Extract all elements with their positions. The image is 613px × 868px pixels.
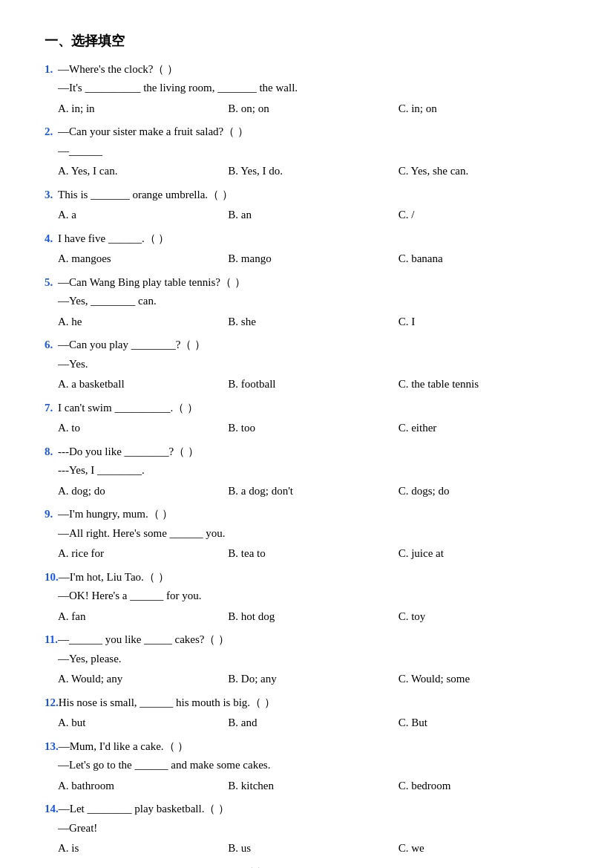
question-line: 9. —I'm hungry, mum.（ ）: [45, 505, 568, 524]
option-item: A. in; in: [58, 99, 228, 119]
option-item: B. kitchen: [228, 777, 398, 796]
option-item: C. dogs; do: [399, 482, 568, 501]
options-row: A. rice forB. tea toC. juice at: [45, 544, 568, 564]
question-text: —Can your sister make a fruit salad?（ ）: [58, 123, 568, 142]
question-line: 3. This is _______ orange umbrella.（ ）: [45, 186, 568, 205]
question-block: 13. —Mum, I'd like a cake.（ ）—Let's go t…: [45, 737, 568, 796]
option-item: C. either: [399, 419, 568, 438]
option-item: B. mango: [228, 249, 398, 269]
question-number: 13.: [45, 737, 59, 757]
question-number: 1.: [45, 60, 58, 79]
option-item: C. we: [399, 839, 568, 858]
options-row: A. toB. tooC. either: [45, 419, 568, 438]
option-item: A. a basketball: [58, 375, 228, 394]
question-block: 8. ---Do you like ________?（ ）---Yes, I …: [45, 443, 568, 501]
question-subline: —All right. Here's some ______ you.: [45, 524, 568, 544]
question-subline: —Yes, please.: [45, 650, 568, 669]
option-item: A. Yes, I can.: [58, 162, 228, 181]
option-item: C. bedroom: [399, 777, 568, 796]
question-block: 6. —Can you play ________?（ ）—Yes.A. a b…: [45, 336, 568, 394]
question-number: 14.: [45, 800, 59, 819]
option-item: B. an: [228, 206, 398, 225]
options-row: A. isB. usC. we: [45, 839, 568, 858]
question-line: 13. —Mum, I'd like a cake.（ ）: [45, 737, 568, 757]
option-item: C. Would; some: [399, 670, 568, 689]
question-number: 7.: [45, 399, 58, 418]
question-line: 7. I can't swim __________.（ ）: [45, 399, 568, 418]
options-row: A. Yes, I can.B. Yes, I do.C. Yes, she c…: [45, 162, 568, 181]
question-line: 2. —Can your sister make a fruit salad?（…: [45, 123, 568, 142]
option-item: B. hot dog: [228, 607, 398, 627]
option-item: A. mangoes: [58, 249, 228, 269]
option-item: C. I: [399, 313, 568, 332]
option-item: B. too: [228, 419, 398, 438]
section-title: 一、选择填空: [45, 30, 568, 53]
option-item: B. tea to: [228, 544, 398, 564]
options-row: A. aB. anC. /: [45, 206, 568, 225]
question-text: —______ you like _____ cakes?（ ）: [58, 630, 568, 650]
question-number: 11.: [45, 630, 58, 650]
option-item: C. toy: [399, 607, 568, 627]
question-text: —Let ________ play basketball.（ ）: [59, 800, 568, 819]
question-block: 4. I have five ______.（ ）A. mangoesB. ma…: [45, 229, 568, 269]
option-item: C. banana: [399, 249, 568, 269]
question-text: I have five ______.（ ）: [58, 229, 568, 249]
options-row: A. Would; anyB. Do; anyC. Would; some: [45, 670, 568, 689]
question-number: 12.: [45, 694, 59, 713]
question-subline: —Yes, ________ can.: [45, 292, 568, 311]
question-line: 10. —I'm hot, Liu Tao.（ ）: [45, 568, 568, 587]
question-block: 14. —Let ________ play basketball.（ ）—Gr…: [45, 800, 568, 858]
option-item: C. /: [399, 206, 568, 225]
question-line: 14. —Let ________ play basketball.（ ）: [45, 800, 568, 819]
question-text: —Can Wang Bing play table tennis?（ ）: [58, 273, 568, 293]
options-row: A. bathroomB. kitchenC. bedroom: [45, 777, 568, 796]
question-text: ---Do you like ________?（ ）: [58, 443, 568, 462]
option-item: B. us: [228, 839, 398, 858]
question-subline: —OK! Here's a ______ for you.: [45, 587, 568, 606]
question-subline: —Great!: [45, 819, 568, 838]
question-text: I like ______. I have a chocolate ______…: [59, 863, 568, 868]
question-subline: ---Yes, I ________.: [45, 461, 568, 480]
question-block: 10. —I'm hot, Liu Tao.（ ）—OK! Here's a _…: [45, 568, 568, 627]
option-item: B. Do; any: [228, 670, 398, 689]
question-line: 11. —______ you like _____ cakes?（ ）: [45, 630, 568, 650]
question-text: —I'm hot, Liu Tao.（ ）: [59, 568, 568, 587]
options-row: A. a basketballB. footballC. the table t…: [45, 375, 568, 394]
question-line: 15. I like ______. I have a chocolate __…: [45, 863, 568, 868]
question-number: 4.: [45, 229, 58, 249]
question-text: —Where's the clock?（ ）: [58, 60, 568, 79]
options-row: A. heB. sheC. I: [45, 313, 568, 332]
question-subline: —Yes.: [45, 355, 568, 374]
question-line: 12. His nose is small, ______ his mouth …: [45, 694, 568, 713]
question-number: 9.: [45, 505, 58, 524]
question-subline: —Let's go to the ______ and make some ca…: [45, 756, 568, 775]
question-text: —Mum, I'd like a cake.（ ）: [59, 737, 568, 757]
option-item: C. juice at: [399, 544, 568, 564]
option-item: A. a: [58, 206, 228, 225]
option-item: B. and: [228, 714, 398, 733]
question-text: —Can you play ________?（ ）: [58, 336, 568, 355]
option-item: A. but: [58, 714, 228, 733]
option-item: A. rice for: [58, 544, 228, 564]
options-row: A. dog; doB. a dog; don'tC. dogs; do: [45, 482, 568, 501]
option-item: B. Yes, I do.: [228, 162, 398, 181]
option-item: A. fan: [58, 607, 228, 627]
options-row: A. fanB. hot dogC. toy: [45, 607, 568, 627]
option-item: A. he: [58, 313, 228, 332]
question-block: 15. I like ______. I have a chocolate __…: [45, 863, 568, 868]
option-item: A. bathroom: [58, 777, 228, 796]
question-number: 2.: [45, 123, 58, 142]
question-number: 3.: [45, 186, 58, 205]
options-row: A. in; inB. on; onC. in; on: [45, 99, 568, 119]
question-subline: —______: [45, 142, 568, 161]
option-item: A. to: [58, 419, 228, 438]
question-line: 6. —Can you play ________?（ ）: [45, 336, 568, 355]
option-item: B. on; on: [228, 99, 398, 119]
question-line: 5. —Can Wang Bing play table tennis?（ ）: [45, 273, 568, 293]
question-text: This is _______ orange umbrella.（ ）: [58, 186, 568, 205]
question-number: 10.: [45, 568, 59, 587]
question-text: —I'm hungry, mum.（ ）: [58, 505, 568, 524]
question-line: 4. I have five ______.（ ）: [45, 229, 568, 249]
question-block: 3. This is _______ orange umbrella.（ ）A.…: [45, 186, 568, 225]
question-block: 1. —Where's the clock?（ ）—It's _________…: [45, 60, 568, 119]
